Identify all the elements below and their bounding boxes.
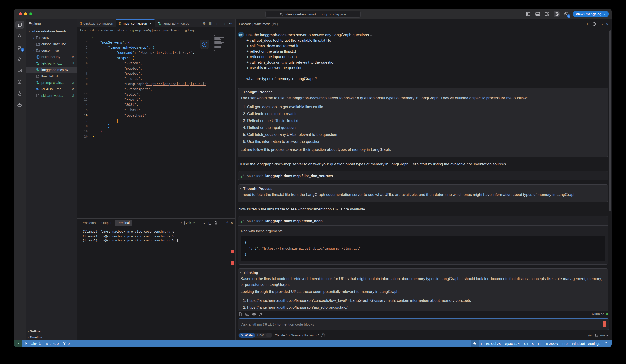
sidebar-section-outline[interactable]: ›Outline — [26, 328, 77, 334]
remote-indicator[interactable]: >< — [14, 340, 22, 347]
tools-icon[interactable] — [259, 313, 263, 316]
toggle-panel-icon[interactable] — [535, 11, 541, 17]
tree-item[interactable]: fetch-url-mc...U — [26, 60, 77, 67]
extensions-activity-icon[interactable] — [15, 78, 24, 86]
code-line[interactable]: 15 "--host", — [77, 107, 212, 113]
terminal-more-icon[interactable]: ⋯ — [220, 221, 224, 225]
code-line[interactable]: 17 ] — [77, 118, 212, 123]
shell-selector[interactable]: >_ zsh ⚠ — [180, 221, 196, 225]
account-icon[interactable]: 1 — [563, 11, 569, 17]
code-line[interactable]: 11 "--transport", — [77, 86, 212, 92]
stop-button[interactable] — [603, 321, 606, 327]
code-line[interactable]: 7 "mcpdoc", — [77, 66, 212, 71]
docker-activity-icon[interactable] — [15, 101, 24, 109]
code-line[interactable]: 19 } — [77, 128, 212, 134]
model-info-icon[interactable]: ? — [321, 333, 325, 337]
back-icon[interactable]: ← — [216, 21, 219, 25]
close-window-button[interactable] — [19, 12, 22, 15]
run-debug-activity-icon[interactable] — [15, 55, 24, 63]
breadcrumb-item[interactable]: .codeium — [100, 29, 113, 32]
indentation[interactable]: Spaces: 4 — [503, 340, 522, 347]
tab-output[interactable]: Output — [99, 220, 114, 226]
tab-terminal[interactable]: Terminal — [115, 220, 132, 226]
terminal-small-icon[interactable] — [245, 313, 249, 316]
breadcrumb-item[interactable]: {}mcp_config.json — [132, 29, 158, 32]
chat-input-box[interactable] — [238, 319, 609, 330]
info-button[interactable]: i — [200, 40, 209, 49]
cascade-toggle-icon[interactable] — [553, 11, 560, 17]
tab-problems[interactable]: Problems — [79, 220, 98, 226]
image-button[interactable]: Image — [594, 333, 608, 337]
tree-item[interactable]: prompt-chain...U — [26, 79, 77, 86]
tree-item[interactable]: build-tool.ipy...M — [26, 54, 77, 60]
maximize-panel-icon[interactable]: ^ — [227, 221, 228, 225]
search-activity-icon[interactable] — [15, 32, 24, 40]
tree-item[interactable]: llms_full.txt — [26, 73, 77, 79]
mcp-tool-header[interactable]: MCP Tool:langgraph-docs-mcp / list_doc_s… — [238, 171, 608, 180]
write-mode-button[interactable]: ✎ Write — [239, 333, 255, 338]
editor-layout-icon[interactable] — [544, 11, 550, 17]
history-icon[interactable] — [592, 22, 596, 26]
minimize-window-button[interactable] — [24, 12, 27, 15]
title-search[interactable]: vibe-code-benchmark — mcp_config.json — [265, 11, 361, 18]
code-line[interactable]: 4 "command": "/Users/rlm/.local/bin/uvx"… — [77, 50, 212, 55]
close-tab-icon[interactable]: × — [150, 21, 152, 25]
thought-panel-header[interactable]: ›Thought Process — [240, 186, 605, 191]
code-line[interactable]: 14 "8081", — [77, 102, 212, 107]
thought-panel-header[interactable]: ›Thought Process — [240, 90, 605, 94]
code-line[interactable]: 8 "mcpdoc", — [77, 71, 212, 76]
code-line[interactable]: 20} — [77, 134, 212, 139]
testing-activity-icon[interactable] — [15, 89, 24, 97]
chat-scrollbar[interactable] — [609, 30, 611, 211]
zoom-window-button[interactable] — [29, 12, 33, 15]
ports-indicator[interactable]: 0 — [61, 340, 72, 347]
tree-item[interactable]: M↓README.mdM — [26, 86, 77, 92]
minimap[interactable] — [214, 35, 225, 51]
breadcrumb-item[interactable]: Users — [80, 29, 88, 32]
chat-input[interactable] — [241, 322, 571, 326]
split-editor-icon[interactable]: ◫ — [209, 21, 212, 26]
editor-more-icon[interactable]: ⋯ — [229, 21, 233, 26]
language-mode[interactable]: {} JSON — [544, 340, 560, 347]
windsurf-settings[interactable]: Windsurf - Settings — [570, 340, 602, 347]
close-panel-icon[interactable]: × — [231, 221, 233, 225]
chat-scroll[interactable]: Meuse the langgraph-docs-mcp server to a… — [235, 28, 612, 311]
sidebar-section-timeline[interactable]: ›Timeline — [26, 334, 77, 340]
settings-gear-icon[interactable]: ⚙ — [203, 21, 206, 26]
code-line[interactable]: 12 "stdio", — [77, 92, 212, 97]
thought-panel[interactable]: ›ThinkingBased on the llms.txt content I… — [238, 268, 608, 311]
cursor-position[interactable]: Ln 16, Col 28 — [479, 340, 503, 347]
chat-mode-button[interactable]: Chat — [256, 333, 266, 337]
breadcrumb-item[interactable]: {}mcpServers — [161, 29, 181, 32]
explorer-more-icon[interactable]: ··· — [70, 22, 74, 26]
cascade-close-icon[interactable]: × — [606, 22, 608, 26]
code-line[interactable]: 5 "args": [ — [77, 55, 212, 61]
tree-root[interactable]: ›vibe-code-benchmark — [26, 28, 77, 34]
kill-terminal-icon[interactable] — [214, 221, 217, 225]
tree-item[interactable]: langgraph-mcp.py — [26, 67, 77, 73]
changelog-close-icon[interactable]: × — [604, 12, 606, 16]
tree-item[interactable]: ›cursor_mcp — [26, 47, 77, 54]
notifications-bell-icon[interactable] — [602, 340, 610, 347]
toggle-sidebar-icon[interactable] — [525, 11, 531, 17]
thought-panel[interactable]: ›Thought ProcessThe user wants me to use… — [238, 88, 608, 157]
tree-item[interactable]: ›.venv — [26, 34, 77, 41]
source-control-activity-icon[interactable]: 5 — [15, 44, 24, 52]
editor-tab-langgraph-mcp.py[interactable]: langgraph-mcp.py — [155, 19, 200, 27]
code-line[interactable]: 16 "localhost" — [77, 113, 212, 118]
code-line[interactable]: 6 "--from", — [77, 61, 212, 66]
encoding[interactable]: UTF-8 — [522, 340, 536, 347]
editor-tab-desktop_config.json[interactable]: {}desktop_config.json — [77, 19, 116, 27]
view-changelog-button[interactable]: View Changelog × — [573, 11, 609, 17]
globe-icon[interactable] — [252, 313, 256, 316]
cascade-more-icon[interactable]: ··· — [599, 22, 603, 26]
code-line[interactable]: 2 "mcpServers": { — [77, 40, 212, 45]
code-line[interactable]: 10 "LangGraph:https://langchain-ai.githu… — [77, 81, 212, 86]
mode-more-icon[interactable]: ··· — [266, 333, 272, 337]
eol[interactable]: LF — [536, 340, 544, 347]
screencast-zoom-chip[interactable] — [471, 340, 479, 347]
problems-indicator[interactable]: ⊗ 0 ⚠ 0 — [43, 340, 61, 347]
thought-panel[interactable]: ›Thought ProcessI need to fetch the llms… — [238, 184, 608, 202]
mcp-tool-call[interactable]: MCP Tool:langgraph-docs-mcp / list_doc_s… — [238, 171, 608, 180]
breadcrumb-item[interactable]: windsurf — [117, 29, 128, 32]
